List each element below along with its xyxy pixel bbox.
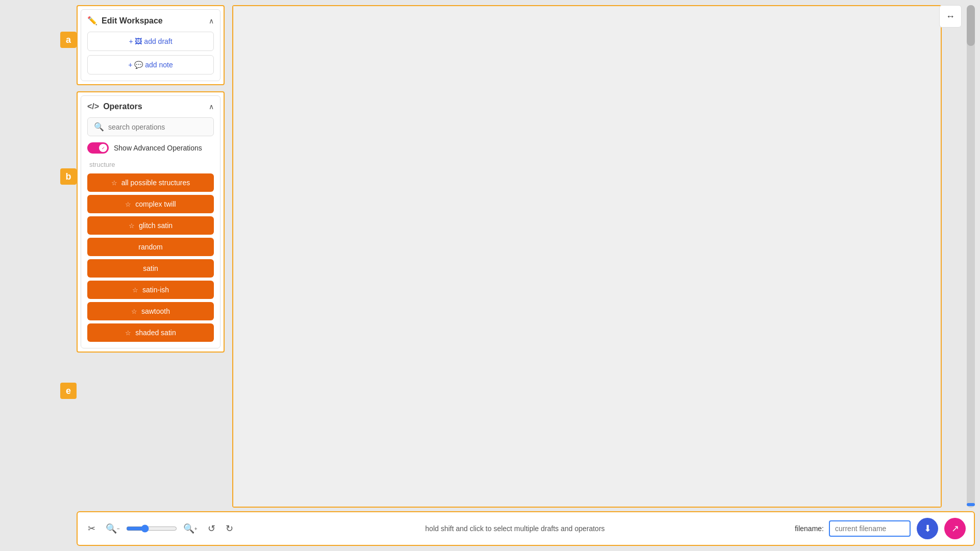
scrollbar-thumb[interactable]	[967, 5, 975, 46]
op-label-2: complex twill	[135, 200, 176, 208]
star-icon-2: ☆	[125, 201, 131, 208]
star-icon-8: ☆	[125, 329, 131, 337]
edit-workspace-panel: ✏️ Edit Workspace ∧ + 🖼 add draft + 💬 ad…	[81, 9, 220, 81]
edit-icon: ✏️	[87, 16, 97, 26]
bottom-toolbar: ✂ 🔍− 🔍+ ↺ ↻ hold shift and click to sele…	[77, 511, 975, 546]
filename-input[interactable]	[829, 520, 911, 537]
op-label-4: random	[138, 243, 162, 251]
op-label-8: shaded satin	[135, 329, 176, 337]
zoom-slider[interactable]	[126, 524, 177, 533]
edit-workspace-title: Edit Workspace	[102, 16, 163, 26]
operators-title: Operators	[103, 102, 142, 111]
panel-a-wrapper: ✏️ Edit Workspace ∧ + 🖼 add draft + 💬 ad…	[77, 5, 225, 85]
scissors-button[interactable]: ✂	[86, 521, 97, 536]
search-input[interactable]	[108, 123, 207, 131]
zoom-controls: 🔍− 🔍+	[104, 521, 200, 536]
op-label-7: sawtooth	[141, 307, 170, 315]
badge-e: e	[60, 383, 77, 399]
op-label-6: satin-ish	[142, 286, 169, 294]
op-satin[interactable]: satin	[87, 259, 214, 278]
op-random[interactable]: random	[87, 238, 214, 256]
canvas-area	[232, 5, 942, 508]
op-label-3: glitch satin	[139, 221, 173, 230]
download-icon: ⬇	[924, 523, 932, 534]
sidebar: ✏️ Edit Workspace ∧ + 🖼 add draft + 💬 ad…	[77, 5, 225, 353]
op-label-5: satin	[143, 264, 158, 272]
operators-panel: </> Operators ∧ 🔍 ✓ Show Advanced Operat…	[81, 95, 220, 348]
op-label-1: all possible structures	[121, 179, 190, 187]
edit-workspace-title-group: ✏️ Edit Workspace	[87, 16, 163, 26]
search-icon: 🔍	[94, 122, 104, 132]
filename-group: filename:	[795, 520, 911, 537]
zoom-out-button[interactable]: 🔍−	[104, 521, 122, 536]
scrollbar-track[interactable]	[967, 5, 975, 508]
advanced-ops-toggle[interactable]: ✓	[87, 142, 109, 154]
star-icon-7: ☆	[131, 308, 137, 315]
search-box[interactable]: 🔍	[87, 117, 214, 136]
toggle-knob: ✓	[99, 144, 107, 152]
star-icon-3: ☆	[129, 222, 135, 230]
operations-list: ☆ all possible structures ☆ complex twil…	[87, 173, 214, 342]
toolbar-hint: hold shift and click to select multiple …	[241, 524, 789, 533]
download-button[interactable]: ⬇	[917, 518, 938, 539]
op-glitch-satin[interactable]: ☆ glitch satin	[87, 216, 214, 235]
zoom-in-button[interactable]: 🔍+	[181, 521, 200, 536]
code-icon: </>	[87, 102, 99, 111]
filename-label: filename:	[795, 524, 824, 533]
panel-a-header: ✏️ Edit Workspace ∧	[87, 16, 214, 26]
badge-b: b	[60, 168, 77, 185]
op-complex-twill[interactable]: ☆ complex twill	[87, 195, 214, 213]
op-sawtooth[interactable]: ☆ sawtooth	[87, 302, 214, 320]
show-advanced-label: Show Advanced Operations	[114, 144, 202, 152]
panel-b-header: </> Operators ∧	[87, 102, 214, 111]
op-all-possible-structures[interactable]: ☆ all possible structures	[87, 173, 214, 192]
structure-section-label: structure	[87, 161, 214, 168]
collapse-operators-button[interactable]: ∧	[209, 103, 214, 111]
canvas-inner	[233, 6, 941, 507]
share-icon: ↗	[951, 523, 959, 534]
undo-button[interactable]: ↺	[206, 521, 217, 536]
main-container: a b c d e ✏️ Edit Workspace ∧ + 🖼 add dr…	[0, 0, 980, 551]
redo-button[interactable]: ↻	[224, 521, 235, 536]
panel-b-wrapper: </> Operators ∧ 🔍 ✓ Show Advanced Operat…	[77, 91, 225, 353]
star-icon-6: ☆	[132, 286, 138, 294]
star-icon-1: ☆	[111, 179, 117, 187]
scrollbar-blue-indicator	[967, 503, 975, 506]
collapse-workspace-button[interactable]: ∧	[209, 17, 214, 25]
op-satin-ish[interactable]: ☆ satin-ish	[87, 281, 214, 299]
badge-a: a	[60, 32, 77, 48]
resize-button[interactable]: ↔	[939, 5, 962, 28]
operators-title-group: </> Operators	[87, 102, 142, 111]
share-button[interactable]: ↗	[944, 518, 966, 539]
op-shaded-satin[interactable]: ☆ shaded satin	[87, 323, 214, 342]
add-draft-button[interactable]: + 🖼 add draft	[87, 32, 214, 51]
toggle-row: ✓ Show Advanced Operations	[87, 142, 214, 154]
add-note-button[interactable]: + 💬 add note	[87, 55, 214, 74]
